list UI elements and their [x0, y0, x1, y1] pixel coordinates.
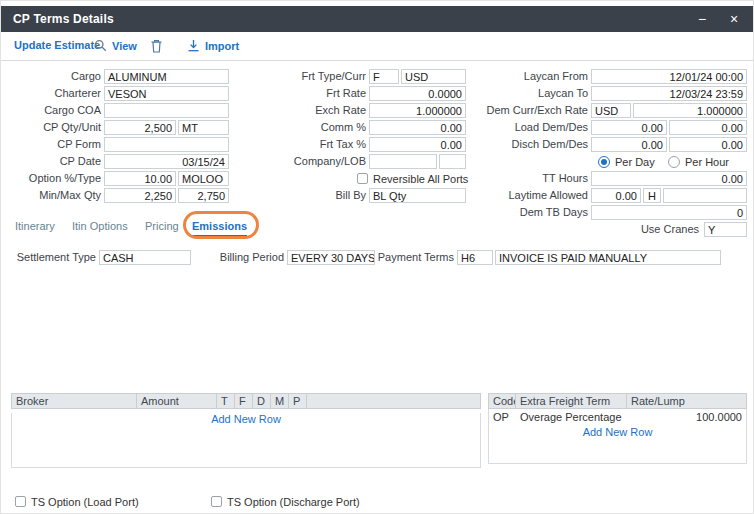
import-button-label: Import: [205, 40, 239, 52]
frt-curr-field[interactable]: USD: [401, 69, 466, 84]
company-field[interactable]: [369, 154, 437, 169]
minimize-icon[interactable]: −: [693, 6, 711, 32]
settlement-type-field[interactable]: CASH: [99, 250, 191, 265]
per-day-label: Per Day: [615, 156, 655, 168]
option-pct-field[interactable]: 10.00: [104, 171, 176, 186]
cp-date-field[interactable]: 03/15/24: [104, 154, 229, 169]
tab-emissions[interactable]: Emissions: [192, 220, 247, 237]
tab-itin-options[interactable]: Itin Options: [72, 220, 128, 232]
update-estimate-button[interactable]: Update Estimate: [14, 39, 100, 51]
exch-rate-field[interactable]: 1.000000: [369, 103, 466, 118]
billing-period-label: Billing Period: [199, 250, 284, 265]
view-button[interactable]: View: [94, 39, 137, 52]
close-icon[interactable]: ×: [725, 6, 743, 32]
extra-freight-add-new-row-link[interactable]: Add New Row: [583, 426, 653, 438]
payment-terms-label: Payment Terms: [377, 250, 454, 265]
ts-option-discharge-label: TS Option (Discharge Port): [227, 496, 360, 508]
cp-terms-details-window: CP Terms Details − × Update Estimate Vie…: [0, 0, 754, 514]
cargo-coa-field[interactable]: [104, 103, 229, 118]
laycan-from-field[interactable]: 12/01/24 00:00: [591, 69, 747, 84]
extra-freight-row-term[interactable]: Overage Percentage: [516, 411, 627, 423]
settlement-type-label: Settlement Type: [11, 250, 96, 265]
disch-des-field[interactable]: 0.00: [669, 137, 747, 152]
import-icon: [187, 39, 200, 52]
bill-by-label: Bill By: [271, 188, 366, 203]
payment-terms-description-field[interactable]: INVOICE IS PAID MANUALLY: [495, 250, 721, 265]
billing-period-field[interactable]: EVERY 30 DAYS: [287, 250, 375, 265]
charterer-field[interactable]: VESON: [104, 86, 229, 101]
per-day-radio-group: Per Day: [598, 154, 655, 169]
tt-hours-field[interactable]: 0.00: [591, 171, 747, 186]
frt-type-field[interactable]: F: [369, 69, 399, 84]
ts-option-discharge-checkbox[interactable]: [211, 496, 222, 507]
use-cranes-label: Use Cranes: [611, 222, 699, 237]
cp-qty-field[interactable]: 2,500: [104, 120, 176, 135]
tt-hours-label: TT Hours: [479, 171, 588, 186]
ts-option-discharge-group: TS Option (Discharge Port): [211, 494, 360, 509]
laycan-to-label: Laycan To: [479, 86, 588, 101]
comm-pct-label: Comm %: [271, 120, 366, 135]
laytime-allowed-field[interactable]: 0.00: [591, 188, 641, 203]
dem-tb-days-field[interactable]: 0: [591, 205, 747, 220]
per-day-radio[interactable]: [598, 156, 610, 168]
laytime-unit-field[interactable]: H: [643, 188, 661, 203]
bill-by-field[interactable]: BL Qty: [369, 188, 466, 203]
tab-pricing[interactable]: Pricing: [145, 220, 179, 232]
comm-pct-field[interactable]: 0.00: [369, 120, 466, 135]
min-qty-field[interactable]: 2,250: [104, 188, 176, 203]
broker-table-header-amount: Amount: [137, 394, 217, 408]
extra-freight-table-body: OP Overage Percentage 100.0000 Add New R…: [488, 409, 747, 464]
delete-button[interactable]: [150, 39, 163, 53]
tab-itinerary[interactable]: Itinerary: [15, 220, 55, 232]
cp-form-field[interactable]: [104, 137, 229, 152]
cargo-field[interactable]: ALUMINUM: [104, 69, 229, 84]
option-pct-type-label: Option %/Type: [11, 171, 101, 186]
broker-table-header-t: T: [217, 394, 235, 408]
import-button[interactable]: Import: [187, 39, 239, 52]
payment-terms-code-field[interactable]: H6: [457, 250, 493, 265]
dem-curr-exch-rate-label: Dem Curr/Exch Rate: [479, 103, 588, 118]
laytime-extra-field[interactable]: [663, 188, 747, 203]
extra-freight-table-header: Code Extra Freight Term Rate/Lump: [488, 393, 747, 409]
cargo-label: Cargo: [11, 69, 101, 84]
reversible-all-ports-label: Reversible All Ports: [373, 173, 468, 185]
extra-freight-table-row[interactable]: OP Overage Percentage 100.0000: [489, 409, 746, 425]
option-type-field[interactable]: MOLOO: [178, 171, 229, 186]
broker-table-header-d: D: [253, 394, 271, 408]
laycan-to-field[interactable]: 12/03/24 23:59: [591, 86, 747, 101]
min-max-qty-label: Min/Max Qty: [11, 188, 101, 203]
dem-tb-days-label: Dem TB Days: [479, 205, 588, 220]
company-lob-label: Company/LOB: [271, 154, 366, 169]
frt-rate-field[interactable]: 0.0000: [369, 86, 466, 101]
cp-date-label: CP Date: [11, 154, 101, 169]
dem-curr-field[interactable]: USD: [591, 103, 631, 118]
dem-exch-rate-field[interactable]: 1.000000: [633, 103, 747, 118]
cargo-coa-label: Cargo COA: [11, 103, 101, 118]
cp-form-label: CP Form: [11, 137, 101, 152]
per-hour-label: Per Hour: [685, 156, 729, 168]
ts-option-load-checkbox[interactable]: [15, 496, 26, 507]
per-hour-radio-group: Per Hour: [668, 154, 729, 169]
use-cranes-field[interactable]: Y: [704, 222, 747, 237]
load-dem-field[interactable]: 0.00: [591, 120, 667, 135]
extra-freight-row-rate[interactable]: 100.0000: [627, 411, 746, 423]
broker-add-new-row-link[interactable]: Add New Row: [211, 413, 281, 425]
extra-freight-row-code[interactable]: OP: [489, 411, 516, 423]
frt-rate-label: Frt Rate: [271, 86, 366, 101]
frt-tax-pct-field[interactable]: 0.00: [369, 137, 466, 152]
load-des-field[interactable]: 0.00: [669, 120, 747, 135]
cp-unit-field[interactable]: MT: [178, 120, 229, 135]
broker-table: Broker Amount T F D M P Add New Row: [11, 393, 481, 468]
broker-table-body: Add New Row: [11, 413, 481, 468]
laytime-allowed-label: Laytime Allowed: [479, 188, 588, 203]
charterer-label: Charterer: [11, 86, 101, 101]
reversible-all-ports-checkbox[interactable]: [357, 173, 368, 184]
max-qty-field[interactable]: 2,750: [178, 188, 229, 203]
per-hour-radio[interactable]: [668, 156, 680, 168]
cp-qty-unit-label: CP Qty/Unit: [11, 120, 101, 135]
title-bar: CP Terms Details − ×: [1, 6, 754, 32]
lob-field[interactable]: [439, 154, 466, 169]
exch-rate-label: Exch Rate: [271, 103, 366, 118]
broker-table-header: Broker Amount T F D M P: [11, 393, 481, 409]
disch-dem-field[interactable]: 0.00: [591, 137, 667, 152]
